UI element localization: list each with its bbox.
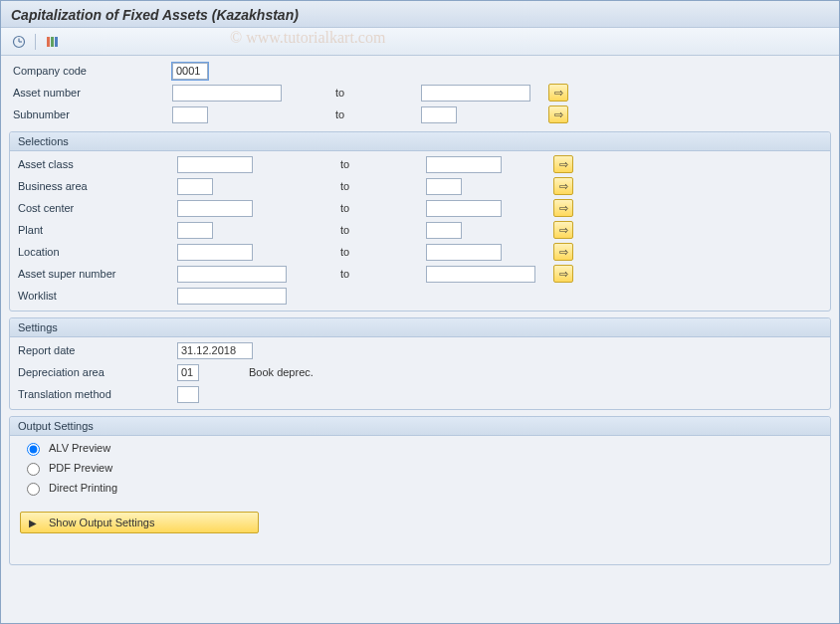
row-cost-center: Cost center to ⇨ [14, 197, 826, 219]
pdf-preview-radio[interactable] [27, 463, 40, 476]
cost-center-to-input[interactable] [426, 200, 502, 217]
arrow-right-icon: ⇨ [559, 268, 568, 281]
cost-center-multi-button[interactable]: ⇨ [553, 199, 573, 217]
row-worklist: Worklist [14, 285, 826, 307]
company-code-input[interactable] [172, 63, 208, 80]
row-plant: Plant to ⇨ [14, 219, 826, 241]
pdf-preview-label: PDF Preview [49, 462, 112, 474]
arrow-right-icon: ⇨ [559, 202, 568, 215]
output-settings-header: Output Settings [10, 417, 830, 436]
alv-preview-radio[interactable] [27, 443, 40, 456]
arrow-right-icon: ⇨ [559, 158, 568, 171]
translation-method-input[interactable] [177, 386, 199, 403]
settings-group: Settings Report date Depreciation area B… [9, 317, 831, 410]
variant-button[interactable] [42, 33, 62, 51]
triangle-right-icon: ▶ [29, 518, 37, 528]
direct-printing-radio[interactable] [27, 483, 40, 496]
window-title: Capitalization of Fixed Assets (Kazakhst… [11, 7, 299, 23]
location-to-input[interactable] [426, 244, 502, 261]
clock-execute-icon [12, 35, 26, 49]
asset-class-to-input[interactable] [426, 156, 502, 173]
business-area-multi-button[interactable]: ⇨ [553, 177, 573, 195]
row-company-code: Company code [9, 60, 831, 82]
execute-button[interactable] [9, 33, 29, 51]
output-settings-group: Output Settings ALV Preview PDF Preview … [9, 416, 831, 565]
asset-super-number-to-input[interactable] [426, 266, 535, 283]
depreciation-area-input[interactable] [177, 364, 199, 381]
asset-number-to-input[interactable] [421, 85, 530, 102]
business-area-from-input[interactable] [177, 178, 213, 195]
application-toolbar [1, 28, 839, 56]
subnumber-to-input[interactable] [421, 106, 457, 123]
row-translation-method: Translation method [14, 383, 826, 405]
to-label: to [336, 158, 426, 170]
business-area-label: Business area [18, 180, 177, 192]
plant-label: Plant [18, 224, 177, 236]
worklist-label: Worklist [18, 290, 177, 302]
show-output-settings-label: Show Output Settings [49, 517, 154, 528]
depreciation-area-label: Depreciation area [18, 366, 177, 378]
show-output-settings-button[interactable]: ▶ Show Output Settings [20, 512, 259, 533]
selections-header: Selections [10, 132, 830, 151]
translation-method-label: Translation method [18, 388, 177, 400]
subnumber-label: Subnumber [13, 108, 172, 120]
row-asset-number: Asset number to ⇨ [9, 82, 831, 104]
row-location: Location to ⇨ [14, 241, 826, 263]
asset-super-number-multi-button[interactable]: ⇨ [553, 265, 573, 283]
row-direct-printing: Direct Printing [14, 478, 826, 498]
alv-preview-label: ALV Preview [49, 442, 110, 454]
asset-number-from-input[interactable] [172, 85, 282, 102]
row-subnumber: Subnumber to ⇨ [9, 104, 831, 125]
asset-super-number-label: Asset super number [18, 268, 177, 280]
to-label: to [336, 180, 426, 192]
plant-from-input[interactable] [177, 222, 213, 239]
arrow-right-icon: ⇨ [554, 87, 563, 100]
row-business-area: Business area to ⇨ [14, 175, 826, 197]
selections-group: Selections Asset class to ⇨ Business are… [9, 131, 831, 312]
business-area-to-input[interactable] [426, 178, 462, 195]
location-from-input[interactable] [177, 244, 253, 261]
selection-screen: Company code Asset number to ⇨ Subnumber… [1, 56, 839, 573]
report-date-input[interactable] [177, 342, 253, 359]
to-label: to [331, 87, 421, 99]
location-multi-button[interactable]: ⇨ [553, 243, 573, 261]
asset-number-multi-button[interactable]: ⇨ [548, 84, 568, 102]
arrow-right-icon: ⇨ [554, 108, 563, 121]
title-bar: Capitalization of Fixed Assets (Kazakhst… [1, 1, 839, 28]
to-label: to [331, 108, 421, 120]
row-pdf-preview: PDF Preview [14, 458, 826, 478]
svg-rect-3 [47, 37, 50, 47]
worklist-input[interactable] [177, 288, 287, 305]
to-label: to [336, 268, 426, 280]
asset-super-number-from-input[interactable] [177, 266, 287, 283]
depreciation-area-text: Book deprec. [239, 366, 314, 378]
plant-multi-button[interactable]: ⇨ [553, 221, 573, 239]
settings-header: Settings [10, 318, 830, 337]
row-report-date: Report date [14, 339, 826, 361]
arrow-right-icon: ⇨ [559, 180, 568, 193]
row-asset-super-number: Asset super number to ⇨ [14, 263, 826, 285]
company-code-label: Company code [13, 65, 172, 77]
variant-icon [45, 35, 59, 49]
cost-center-from-input[interactable] [177, 200, 253, 217]
asset-class-multi-button[interactable]: ⇨ [553, 155, 573, 173]
to-label: to [336, 202, 426, 214]
to-label: to [336, 246, 426, 258]
to-label: to [336, 224, 426, 236]
subnumber-multi-button[interactable]: ⇨ [548, 105, 568, 123]
report-date-label: Report date [18, 344, 177, 356]
plant-to-input[interactable] [426, 222, 462, 239]
toolbar-separator [35, 34, 36, 50]
subnumber-from-input[interactable] [172, 106, 208, 123]
row-depreciation-area: Depreciation area Book deprec. [14, 361, 826, 383]
row-alv-preview: ALV Preview [14, 438, 826, 458]
svg-rect-5 [55, 37, 58, 47]
asset-number-label: Asset number [13, 87, 172, 99]
asset-class-from-input[interactable] [177, 156, 253, 173]
arrow-right-icon: ⇨ [559, 224, 568, 237]
arrow-right-icon: ⇨ [559, 246, 568, 259]
location-label: Location [18, 246, 177, 258]
svg-rect-4 [51, 37, 54, 47]
asset-class-label: Asset class [18, 158, 177, 170]
direct-printing-label: Direct Printing [49, 482, 117, 494]
